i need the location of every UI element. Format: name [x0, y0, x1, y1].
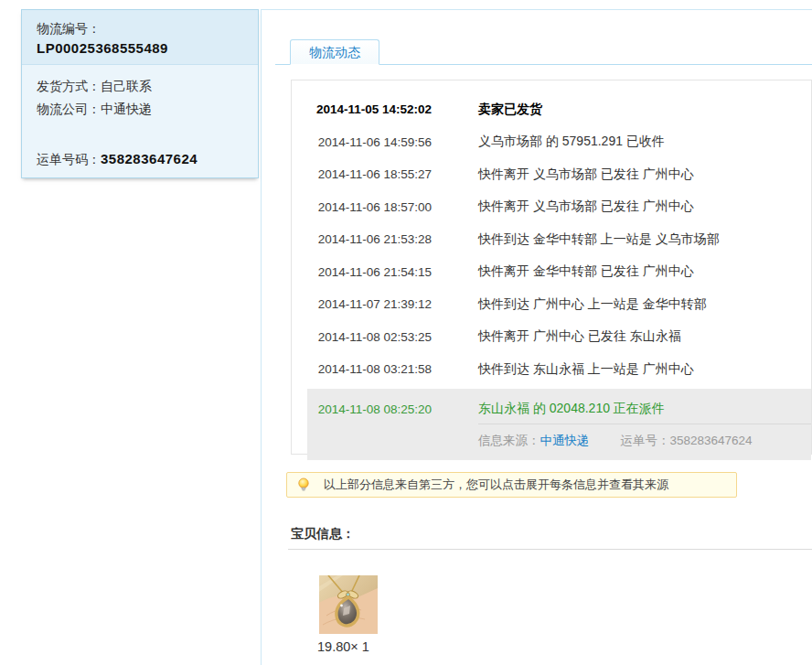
notice-text: 以上部分信息来自第三方，您可以点击展开每条信息并查看其来源 — [324, 477, 668, 493]
event-text: 快件离开 广州中心 已发往 东山永福 — [478, 328, 681, 345]
event-time: 2014-11-06 18:57:00 — [292, 200, 432, 214]
tracking-event-list: 2014-11-05 14:52:02卖家已发货2014-11-06 14:59… — [292, 93, 811, 386]
shipping-info-section: 发货方式：自己联系 物流公司：中通快递 运单号码：358283647624 — [22, 65, 258, 177]
top-divider — [261, 9, 812, 10]
item-price-qty: 19.80× 1 — [317, 639, 369, 654]
third-party-notice: 以上部分信息来自第三方，您可以点击展开每条信息并查看其来源 — [286, 472, 737, 498]
event-time: 2014-11-06 14:59:56 — [292, 135, 432, 149]
event-time: 2014-11-07 21:39:12 — [292, 297, 432, 311]
logistics-company-label: 物流公司： — [37, 102, 101, 116]
tracking-row-current[interactable]: 2014-11-08 08:25:20 东山永福 的 02048.210 正在派… — [307, 389, 811, 460]
logistics-number-section: 物流编号： LP00025368555489 — [22, 10, 258, 65]
event-text: 快件离开 义乌市场部 已发往 广州中心 — [478, 198, 694, 215]
tracking-row[interactable]: 2014-11-08 03:21:58快件到达 东山永福 上一站是 广州中心 — [292, 353, 811, 386]
event-text: 东山永福 的 02048.210 正在派件 — [478, 401, 665, 417]
event-time: 2014-11-06 21:54:15 — [292, 265, 432, 279]
logistics-number-value: LP00025368555489 — [37, 38, 243, 59]
current-event-row: 2014-11-08 08:25:20 东山永福 的 02048.210 正在派… — [307, 395, 811, 424]
waybill-number-row: 运单号码：358283647624 — [37, 147, 243, 171]
event-text: 快件离开 义乌市场部 已发往 广州中心 — [478, 166, 694, 183]
event-time: 2014-11-05 14:52:02 — [292, 102, 432, 116]
logistics-number-label: 物流编号： — [37, 19, 243, 38]
tab-label: 物流动态 — [309, 45, 360, 59]
event-time: 2014-11-06 18:55:27 — [292, 167, 432, 181]
tracking-row[interactable]: 2014-11-06 18:57:00快件离开 义乌市场部 已发往 广州中心 — [292, 191, 811, 224]
event-time: 2014-11-08 03:21:58 — [292, 362, 432, 376]
source-waybill-label: 运单号： — [621, 434, 670, 447]
item-info-heading: 宝贝信息： — [291, 526, 355, 542]
event-text: 快件到达 金华中转部 上一站是 义乌市场部 — [478, 231, 720, 248]
item-info-divider — [288, 549, 812, 550]
source-label: 信息来源： — [478, 434, 540, 447]
product-thumbnail[interactable] — [319, 575, 378, 634]
logistics-company-value: 中通快递 — [101, 102, 152, 116]
tracking-row[interactable]: 2014-11-07 21:39:12快件到达 广州中心 上一站是 金华中转部 — [292, 288, 811, 321]
tracking-timeline-box: 2014-11-05 14:52:02卖家已发货2014-11-06 14:59… — [291, 80, 812, 455]
lightbulb-icon — [296, 477, 311, 492]
tab-logistics-updates[interactable]: 物流动态 — [290, 39, 379, 65]
tracking-row[interactable]: 2014-11-05 14:52:02卖家已发货 — [292, 93, 811, 126]
waybill-number-label: 运单号码： — [37, 152, 101, 166]
source-info-row: 信息来源：中通快递运单号：358283647624 — [478, 433, 811, 449]
event-time: 2014-11-08 02:53:25 — [292, 330, 432, 344]
ship-method-label: 发货方式： — [37, 79, 101, 93]
tracking-row[interactable]: 2014-11-08 02:53:25快件离开 广州中心 已发往 东山永福 — [292, 321, 811, 354]
tracking-row[interactable]: 2014-11-06 14:59:56义乌市场部 的 57951.291 已收件 — [292, 126, 811, 159]
ship-method-value: 自己联系 — [101, 79, 152, 93]
carrier-link[interactable]: 中通快递 — [540, 434, 590, 447]
logistics-summary-panel: 物流编号： LP00025368555489 发货方式：自己联系 物流公司：中通… — [21, 9, 259, 178]
event-text: 快件到达 东山永福 上一站是 广州中心 — [478, 361, 694, 378]
tracking-row[interactable]: 2014-11-06 18:55:27快件离开 义乌市场部 已发往 广州中心 — [292, 158, 811, 191]
ship-method-row: 发货方式：自己联系 — [37, 75, 243, 98]
logistics-company-row: 物流公司：中通快递 — [37, 98, 243, 121]
event-time: 2014-11-08 08:25:20 — [307, 402, 432, 416]
event-text: 快件离开 金华中转部 已发往 广州中心 — [478, 263, 694, 280]
waybill-number-value: 358283647624 — [101, 151, 198, 166]
event-text: 义乌市场部 的 57951.291 已收件 — [478, 134, 665, 150]
logistics-detail-page: 物流编号： LP00025368555489 发货方式：自己联系 物流公司：中通… — [0, 0, 812, 665]
source-waybill-value: 358283647624 — [670, 434, 753, 447]
current-row-divider — [478, 424, 811, 424]
necklace-photo — [319, 575, 378, 634]
event-text: 卖家已发货 — [478, 102, 542, 118]
event-time: 2014-11-06 21:53:28 — [292, 232, 432, 246]
tracking-row[interactable]: 2014-11-06 21:54:15快件离开 金华中转部 已发往 广州中心 — [292, 256, 811, 289]
event-text: 快件到达 广州中心 上一站是 金华中转部 — [478, 296, 707, 313]
tracking-row[interactable]: 2014-11-06 21:53:28快件到达 金华中转部 上一站是 义乌市场部 — [292, 223, 811, 256]
column-divider — [261, 9, 262, 665]
